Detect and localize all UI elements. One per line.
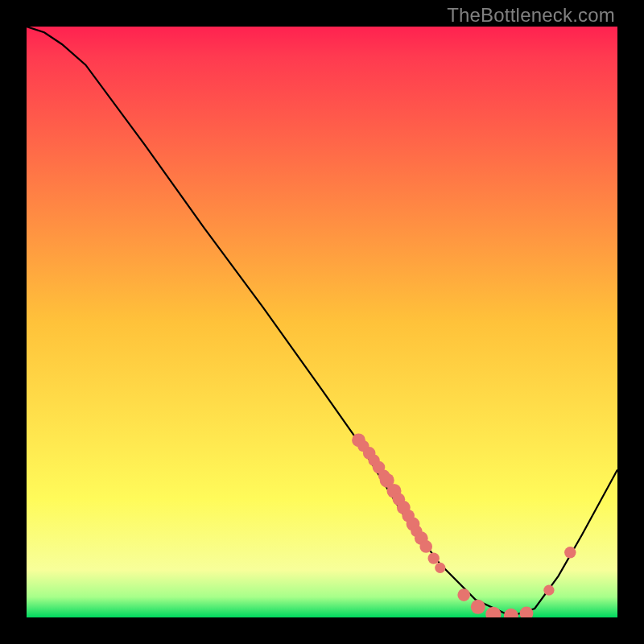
data-point xyxy=(428,552,440,564)
gradient-background xyxy=(27,27,617,617)
data-point xyxy=(419,540,432,553)
data-point xyxy=(543,585,554,596)
data-point xyxy=(564,547,576,558)
attribution-text: TheBottleneck.com xyxy=(447,4,615,27)
chart-svg xyxy=(27,27,617,617)
data-point xyxy=(471,600,485,614)
data-point xyxy=(435,563,445,573)
data-point xyxy=(457,588,470,601)
